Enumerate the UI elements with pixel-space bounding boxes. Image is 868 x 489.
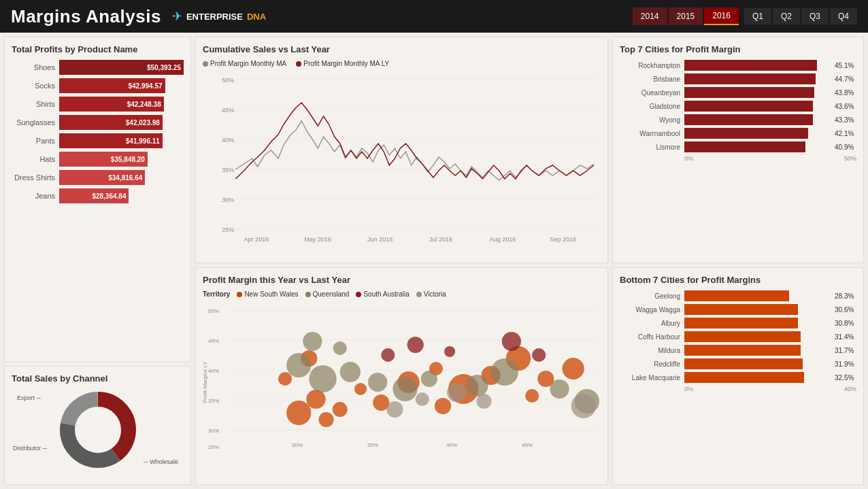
svg-point-62: [491, 358, 518, 386]
profits-bar-container-4: $41,996.11: [59, 133, 184, 148]
header: Margins Analysis ✈ ENTERPRISE DNA 201420…: [0, 0, 868, 33]
top7-bars: Rockhampton45.1%Brisbane44.7%Queanbeyan4…: [620, 60, 856, 152]
scatter-panel: Profit Margin this Year vs Last Year Ter…: [195, 267, 608, 485]
quarter-buttons: Q1Q2Q3Q4: [744, 8, 857, 24]
profits-bar-label-5: Hats: [12, 155, 59, 163]
top7-bars-value-5: 42.1%: [835, 130, 856, 137]
profits-bar-container-0: $50,393.25: [59, 60, 184, 75]
top7-bars-fill-4: [684, 114, 813, 125]
bottom7-bars-track-2: [684, 318, 832, 328]
svg-point-76: [571, 394, 596, 418]
left-column: Total Profits by Product Name Shoes$50,3…: [4, 37, 191, 485]
bottom7-bars-row-5: Redcliffe31.9%: [620, 358, 856, 369]
top7-title: Top 7 Cities for Profit Margin: [620, 44, 856, 54]
scatter-legend-label-1: Queensland: [313, 290, 350, 298]
profits-bar-row-6: Dress Shirts$34,816.64: [12, 170, 184, 185]
top7-bars-fill-5: [684, 128, 808, 139]
bottom7-bars-label-2: Albury: [620, 320, 684, 327]
quarter-btn-Q3[interactable]: Q3: [801, 8, 829, 24]
svg-point-60: [421, 371, 437, 387]
bottom7-panel: Bottom 7 Cities for Profit Margins Geelo…: [612, 267, 864, 485]
bottom7-bars-track-3: [684, 331, 832, 342]
profits-bar-row-0: Shoes$50,393.25: [12, 60, 184, 75]
svg-point-61: [466, 375, 488, 397]
bottom7-bars-fill-5: [684, 358, 803, 369]
bottom7-bars-row-0: Geelong28.3%: [620, 290, 856, 301]
profits-bar-fill-5: $35,848.20: [59, 152, 148, 167]
svg-point-69: [444, 346, 455, 357]
svg-text:35%: 35%: [367, 442, 378, 448]
bottom7-bars-track-0: [684, 290, 832, 301]
profits-bar-fill-7: $28,364.84: [59, 188, 129, 203]
top7-bars-row-3: Gladstone43.6%: [620, 101, 856, 112]
svg-point-67: [381, 348, 395, 362]
quarter-btn-Q2[interactable]: Q2: [773, 8, 800, 24]
top7-bars-value-4: 43.3%: [835, 116, 856, 124]
bottom7-axis-end: 40%: [844, 386, 856, 392]
scatter-legend-item-0: New South Wales: [237, 290, 298, 298]
logo-enterprise: ENTERPRISE: [186, 12, 243, 22]
bottom7-bars: Geelong28.3%Wagga Wagga30.6%Albury30.8%C…: [620, 290, 856, 383]
top7-bars-label-2: Queanbeyan: [620, 89, 684, 97]
scatter-legend-dot-2: [356, 292, 361, 297]
bottom7-bars-fill-4: [684, 345, 801, 356]
scatter-legend-dot-0: [237, 292, 242, 297]
cum-legend-label-0: Profit Margin Monthly MA: [210, 60, 286, 67]
profits-bar-fill-4: $41,996.11: [59, 133, 163, 148]
quarter-btn-Q4[interactable]: Q4: [830, 8, 857, 24]
top7-bars-track-5: [684, 128, 832, 139]
top7-bars-value-3: 43.6%: [835, 103, 856, 110]
profits-bar-row-4: Pants$41,996.11: [12, 133, 184, 148]
territory-label: Territory: [203, 290, 230, 298]
profits-bar-container-5: $35,848.20: [59, 152, 184, 167]
top7-bars-row-4: Wyong43.3%: [620, 114, 856, 125]
scatter-legend-dot-3: [416, 292, 422, 297]
svg-point-72: [386, 401, 403, 418]
donut-area: Export ─ Distributor ─ ─ Wholesale: [12, 389, 184, 471]
scatter-legend-item-2: South Australia: [356, 290, 409, 298]
top7-bars-label-0: Rockhampton: [620, 62, 684, 69]
profits-bar-label-4: Pants: [12, 137, 59, 145]
profits-bar-label-3: Sunglasses: [12, 118, 59, 127]
top7-bars-fill-2: [684, 87, 814, 98]
quarter-btn-Q1[interactable]: Q1: [744, 8, 771, 24]
profits-bar-label-6: Dress Shirts: [12, 173, 59, 182]
top7-bars-row-0: Rockhampton45.1%: [620, 60, 856, 71]
profits-bar-fill-0: $50,393.25: [59, 60, 184, 75]
year-btn-2016[interactable]: 2016: [704, 7, 739, 25]
bottom7-axis: 0% 40%: [620, 386, 856, 392]
svg-text:45%: 45%: [222, 107, 234, 114]
bottom7-bars-label-4: Mildura: [620, 347, 684, 354]
profits-bar-label-2: Shirts: [12, 100, 59, 108]
svg-point-42: [354, 383, 367, 395]
top7-bars-track-1: [684, 73, 832, 84]
svg-text:May 2016: May 2016: [304, 236, 331, 243]
year-btn-2015[interactable]: 2015: [669, 7, 703, 25]
profits-bar-fill-2: $42,248.38: [59, 97, 164, 112]
top7-bars-row-6: Lismore40.9%: [620, 141, 856, 152]
bottom7-bars-track-1: [684, 304, 832, 315]
svg-point-3: [76, 408, 120, 452]
svg-text:Profit Margins LY: Profit Margins LY: [203, 361, 208, 403]
bottom7-bars-value-3: 31.4%: [835, 333, 856, 341]
bottom7-bars-fill-2: [684, 318, 798, 328]
profits-bar-fill-6: $34,816.64: [59, 170, 145, 185]
svg-point-39: [278, 372, 292, 386]
year-btn-2014[interactable]: 2014: [633, 7, 667, 25]
svg-point-59: [393, 377, 417, 401]
bottom7-bars-track-4: [684, 345, 832, 356]
profits-bar-container-3: $42,023.98: [59, 115, 184, 130]
top7-bars-track-6: [684, 141, 832, 152]
svg-text:50%: 50%: [222, 77, 234, 84]
profits-bar-fill-1: $42,994.57: [59, 78, 165, 93]
bottom7-bars-row-2: Albury30.8%: [620, 318, 856, 328]
top7-bars-row-1: Brisbane44.7%: [620, 73, 856, 84]
svg-point-56: [309, 365, 336, 392]
top7-panel: Top 7 Cities for Profit Margin Rockhampt…: [612, 37, 864, 263]
profits-bar-container-7: $28,364.84: [59, 188, 184, 203]
top7-bars-label-3: Gladstone: [620, 103, 684, 110]
export-label: Export ─: [17, 394, 41, 401]
profits-bar-row-7: Jeans$28,364.84: [12, 188, 184, 203]
scatter-legend-label-3: Victoria: [424, 290, 446, 298]
svg-text:30%: 30%: [292, 442, 303, 448]
